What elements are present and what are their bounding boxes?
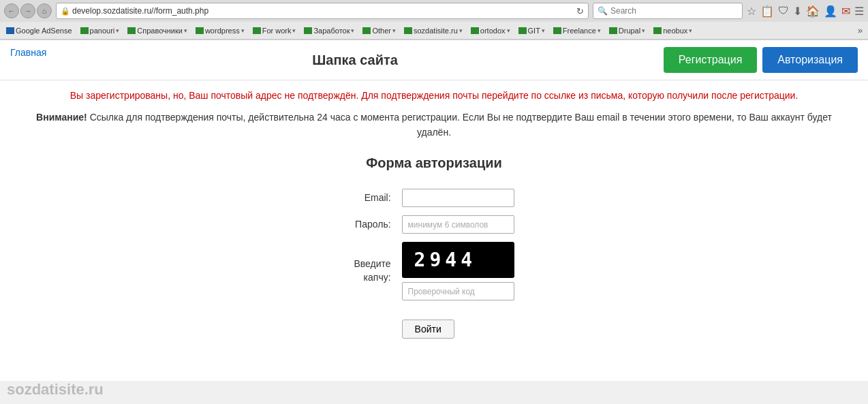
captcha-label-line1: Введите	[354, 258, 390, 269]
bookmark-folder-icon	[304, 27, 312, 34]
password-field[interactable]	[402, 215, 514, 234]
captcha-image: 2944	[402, 242, 514, 278]
submit-button[interactable]: Войти	[402, 320, 454, 339]
home-button[interactable]: ⌂	[37, 3, 52, 18]
lock-icon: 🔒	[61, 7, 70, 16]
search-icon: 🔍	[598, 6, 608, 16]
toolbar-icons: ☆ 📋 🛡 ⬇ 🏠 👤 ✉ ☰	[747, 5, 864, 18]
bookmark-folder-icon	[127, 27, 136, 34]
bookmark-label: GIT	[528, 27, 540, 35]
bookmark-folder-icon	[653, 27, 662, 34]
bookmark-label: panouri	[90, 27, 115, 35]
bookmarks-bar: Google AdSense panouri ▾ Справочники ▾ w…	[0, 22, 868, 40]
bookmark-folder-icon	[362, 27, 371, 34]
bookmark-label: Drupal	[619, 27, 640, 35]
site-title: Шапка сайта	[46, 52, 663, 68]
chevron-down-icon: ▾	[351, 27, 354, 34]
auth-button[interactable]: Авторизация	[762, 47, 858, 73]
chevron-down-icon: ▾	[507, 27, 510, 34]
shield-icon[interactable]: 🛡	[778, 5, 789, 17]
bookmark-label: ortodox	[480, 27, 506, 35]
bookmark-label: Freelance	[563, 27, 596, 35]
bookmark-wordpress[interactable]: wordpress ▾	[192, 25, 248, 36]
chevron-down-icon: ▾	[392, 27, 396, 34]
warning-text: Ссылка для подтверждения почты, действит…	[87, 112, 832, 138]
bookmark-other[interactable]: Other ▾	[359, 25, 399, 36]
bookmarks-icon[interactable]: 📋	[760, 5, 774, 18]
mail-icon[interactable]: ✉	[841, 5, 850, 18]
refresh-icon[interactable]: ↻	[576, 6, 584, 16]
bookmark-google-adsense[interactable]: Google AdSense	[3, 25, 76, 36]
bookmark-for-work[interactable]: For work ▾	[249, 25, 300, 36]
header-buttons: Регистрация Авторизация	[664, 47, 858, 73]
user-icon[interactable]: 👤	[824, 5, 837, 18]
bookmark-folder-icon	[471, 27, 479, 34]
bookmark-folder-icon	[80, 27, 89, 34]
captcha-input[interactable]	[402, 282, 514, 300]
bookmark-neobux[interactable]: neobux ▾	[650, 25, 696, 36]
email-label: Email:	[348, 185, 396, 211]
bookmark-freelance[interactable]: Freelance ▾	[550, 25, 604, 36]
chevron-down-icon: ▾	[598, 27, 601, 34]
warning-bold-label: Внимание!	[36, 112, 87, 123]
bookmark-star-icon[interactable]: ☆	[747, 5, 756, 18]
download-icon[interactable]: ⬇	[793, 5, 802, 18]
chevron-down-icon: ▾	[241, 27, 245, 34]
bookmark-folder-icon	[196, 27, 204, 34]
bookmark-drupal[interactable]: Drupal ▾	[606, 25, 649, 36]
bookmark-folder-icon	[253, 27, 261, 34]
browser-chrome: ← → ⌂ 🔒 ↻ 🔍 ☆ 📋 🛡 ⬇ 🏠 👤 ✉ ☰ Google AdSe	[0, 0, 868, 40]
bookmark-label: Заработок	[313, 27, 350, 35]
bookmark-folder-icon	[6, 27, 14, 34]
email-row: Email:	[348, 185, 519, 211]
page-wrapper: Главная Шапка сайта Регистрация Авториза…	[0, 40, 868, 381]
menu-icon[interactable]: ☰	[854, 5, 864, 18]
bookmark-label: sozdatisite.ru	[414, 27, 458, 35]
bookmark-label: For work	[262, 27, 292, 35]
chevron-down-icon: ▾	[642, 27, 645, 34]
home-nav-icon[interactable]: 🏠	[806, 5, 820, 18]
forward-button[interactable]: →	[20, 3, 35, 18]
password-row: Пароль:	[348, 211, 519, 238]
bookmark-ortodox[interactable]: ortodox ▾	[467, 25, 514, 36]
bookmark-label: Other	[372, 27, 391, 35]
warning-message: Внимание! Ссылка для подтверждения почты…	[10, 110, 858, 140]
auth-form: Email: Пароль: Введите капчу: 2944	[348, 185, 519, 343]
bookmark-spravochniki[interactable]: Справочники ▾	[124, 25, 191, 36]
site-header: Главная Шапка сайта Регистрация Авториза…	[0, 40, 868, 80]
register-button[interactable]: Регистрация	[664, 47, 758, 73]
chevron-down-icon: ▾	[184, 27, 187, 34]
home-nav-link[interactable]: Главная	[10, 47, 46, 58]
search-container: 🔍	[593, 3, 743, 19]
search-input[interactable]	[610, 6, 738, 16]
bookmark-folder-icon	[518, 27, 527, 34]
bookmark-git[interactable]: GIT ▾	[515, 25, 548, 36]
more-bookmarks-button[interactable]: »	[855, 24, 865, 37]
bookmark-folder-icon	[404, 27, 412, 34]
bookmark-folder-icon	[553, 27, 561, 34]
form-title: Форма авторизации	[10, 155, 858, 171]
bookmark-label: wordpress	[205, 27, 240, 35]
info-message: Вы зарегистрированы, но, Ваш почтовый ад…	[10, 89, 858, 103]
address-bar[interactable]	[72, 6, 574, 16]
chevron-down-icon: ▾	[292, 27, 296, 34]
captcha-label-line2: капчу:	[364, 272, 391, 283]
message-area: Вы зарегистрированы, но, Ваш почтовый ад…	[0, 80, 868, 149]
bookmark-label: Google AdSense	[16, 27, 72, 35]
bookmark-label: Справочники	[137, 27, 183, 35]
back-button[interactable]: ←	[4, 3, 19, 18]
captcha-row: Введите капчу: 2944	[348, 238, 519, 305]
form-section: Форма авторизации Email: Пароль: Введите…	[0, 149, 868, 356]
captcha-cell: 2944	[402, 242, 514, 300]
email-field[interactable]	[402, 189, 514, 207]
chevron-down-icon: ▾	[116, 27, 119, 34]
bookmark-folder-icon	[609, 27, 617, 34]
bookmark-panouri[interactable]: panouri ▾	[77, 25, 123, 36]
submit-row: Войти	[348, 305, 519, 343]
captcha-label: Введите капчу:	[348, 238, 396, 305]
browser-toolbar: ← → ⌂ 🔒 ↻ 🔍 ☆ 📋 🛡 ⬇ 🏠 👤 ✉ ☰	[0, 0, 868, 22]
address-bar-container: 🔒 ↻	[56, 3, 589, 19]
bookmark-sozdatisite[interactable]: sozdatisite.ru ▾	[401, 25, 466, 36]
bookmark-zarabotok[interactable]: Заработок ▾	[300, 25, 358, 36]
bookmark-label: neobux	[663, 27, 687, 35]
